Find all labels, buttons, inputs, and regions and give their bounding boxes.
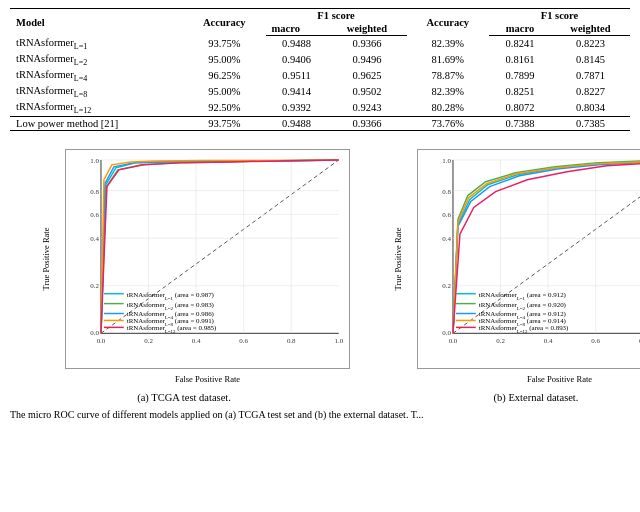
cell-f1-ext-weighted: 0.7871 <box>551 68 630 84</box>
cell-acc-ext: 78.87% <box>407 68 490 84</box>
cell-f1-weighted: 0.9496 <box>327 52 406 68</box>
cell-acc-ext: 81.69% <box>407 52 490 68</box>
ext-chart-box: 0.0 0.2 0.4 0.6 0.8 1.0 0.0 0.2 0.4 <box>417 149 640 369</box>
cell-f1-ext-macro: 0.8251 <box>489 84 551 100</box>
ext-chart-container: True Positive Rate 0.0 0.2 0.4 <box>362 139 640 403</box>
cell-f1-weighted: 0.9243 <box>327 100 406 117</box>
col-f1-ext-group: F1 score <box>489 9 630 23</box>
results-table: Model Accuracy F1 score Accuracy F1 scor… <box>10 8 630 131</box>
cell-acc-ext: 73.76% <box>407 116 490 130</box>
tcga-chart-svg: 0.0 0.2 0.4 0.6 0.8 1.0 <box>66 150 349 368</box>
cell-f1-macro: 0.9488 <box>266 36 328 52</box>
svg-text:0.2: 0.2 <box>442 282 451 289</box>
svg-text:0.2: 0.2 <box>144 337 153 344</box>
tcga-chart-wrapper: True Positive Rate 0.0 0.2 0.4 <box>65 149 350 369</box>
svg-text:0.8: 0.8 <box>287 337 296 344</box>
svg-text:0.6: 0.6 <box>239 337 248 344</box>
cell-acc-ext: 80.28% <box>407 100 490 117</box>
ext-y-axis-label: True Positive Rate <box>393 227 403 290</box>
cell-f1-ext-macro: 0.8241 <box>489 36 551 52</box>
cell-acc-train: 92.50% <box>183 100 266 117</box>
svg-text:0.6: 0.6 <box>442 211 451 218</box>
svg-text:0.6: 0.6 <box>591 337 600 344</box>
figure-caption: The micro ROC curve of different models … <box>10 408 630 422</box>
svg-text:0.0: 0.0 <box>442 329 451 336</box>
table-row: tRNAsformerL=1292.50%0.93920.924380.28%0… <box>10 100 630 117</box>
tcga-chart-container: True Positive Rate 0.0 0.2 0.4 <box>10 139 358 403</box>
svg-text:0.4: 0.4 <box>544 337 553 344</box>
svg-text:0.0: 0.0 <box>90 329 99 336</box>
cell-f1-macro: 0.9406 <box>266 52 328 68</box>
svg-text:1.0: 1.0 <box>442 157 451 164</box>
cell-acc-train: 93.75% <box>183 36 266 52</box>
table-row: tRNAsformerL=895.00%0.94140.950282.39%0.… <box>10 84 630 100</box>
cell-f1-ext-macro: 0.7388 <box>489 116 551 130</box>
svg-text:0.2: 0.2 <box>496 337 505 344</box>
cell-f1-weighted: 0.9366 <box>327 116 406 130</box>
ext-x-axis-label: False Positive Rate <box>527 374 592 384</box>
col-f1-ext-macro: macro <box>489 22 551 36</box>
cell-acc-ext: 82.39% <box>407 84 490 100</box>
cell-model: tRNAsformerL=1 <box>10 36 183 52</box>
svg-text:1.0: 1.0 <box>90 157 99 164</box>
tcga-y-axis-label: True Positive Rate <box>41 227 51 290</box>
cell-f1-weighted: 0.9366 <box>327 36 406 52</box>
svg-text:0.0: 0.0 <box>449 337 458 344</box>
ext-caption: (b) External dataset. <box>494 392 579 403</box>
cell-acc-ext: 82.39% <box>407 36 490 52</box>
table-row: Low power method [21]93.75%0.94880.93667… <box>10 116 630 130</box>
cell-acc-train: 96.25% <box>183 68 266 84</box>
svg-rect-35 <box>418 150 640 368</box>
charts-area: True Positive Rate 0.0 0.2 0.4 <box>10 139 630 403</box>
table-row: tRNAsformerL=496.25%0.95110.962578.87%0.… <box>10 68 630 84</box>
cell-model: tRNAsformerL=8 <box>10 84 183 100</box>
cell-f1-macro: 0.9414 <box>266 84 328 100</box>
cell-model: tRNAsformerL=12 <box>10 100 183 117</box>
cell-f1-ext-macro: 0.8072 <box>489 100 551 117</box>
svg-text:0.2: 0.2 <box>90 282 99 289</box>
cell-acc-train: 95.00% <box>183 84 266 100</box>
cell-model: tRNAsformerL=4 <box>10 68 183 84</box>
tcga-x-axis-label: False Positive Rate <box>175 374 240 384</box>
table-row: tRNAsformerL=295.00%0.94060.949681.69%0.… <box>10 52 630 68</box>
page-container: Model Accuracy F1 score Accuracy F1 scor… <box>0 0 640 430</box>
cell-f1-weighted: 0.9502 <box>327 84 406 100</box>
cell-model: tRNAsformerL=2 <box>10 52 183 68</box>
cell-f1-macro: 0.9392 <box>266 100 328 117</box>
cell-f1-ext-weighted: 0.8227 <box>551 84 630 100</box>
ext-chart-svg: 0.0 0.2 0.4 0.6 0.8 1.0 0.0 0.2 0.4 <box>418 150 640 368</box>
svg-text:0.8: 0.8 <box>90 188 99 195</box>
tcga-caption: (a) TCGA test dataset. <box>137 392 231 403</box>
cell-model: Low power method [21] <box>10 116 183 130</box>
cell-acc-train: 93.75% <box>183 116 266 130</box>
svg-text:0.0: 0.0 <box>97 337 106 344</box>
cell-f1-ext-weighted: 0.8223 <box>551 36 630 52</box>
col-accuracy-ext: Accuracy <box>407 9 490 36</box>
svg-text:1.0: 1.0 <box>334 337 343 344</box>
svg-text:0.4: 0.4 <box>90 235 99 242</box>
col-model: Model <box>10 9 183 36</box>
svg-text:0.8: 0.8 <box>442 188 451 195</box>
cell-f1-ext-weighted: 0.8034 <box>551 100 630 117</box>
col-f1-train-group: F1 score <box>266 9 407 23</box>
tcga-chart-box: 0.0 0.2 0.4 0.6 0.8 1.0 <box>65 149 350 369</box>
col-f1-train-macro: macro <box>266 22 328 36</box>
col-accuracy-train: Accuracy <box>183 9 266 36</box>
cell-f1-macro: 0.9488 <box>266 116 328 130</box>
table-row: tRNAsformerL=193.75%0.94880.936682.39%0.… <box>10 36 630 52</box>
cell-f1-ext-weighted: 0.7385 <box>551 116 630 130</box>
cell-f1-ext-macro: 0.7899 <box>489 68 551 84</box>
col-f1-ext-weighted: weighted <box>551 22 630 36</box>
cell-f1-ext-macro: 0.8161 <box>489 52 551 68</box>
svg-text:0.4: 0.4 <box>192 337 201 344</box>
col-f1-train-weighted: weighted <box>327 22 406 36</box>
cell-f1-weighted: 0.9625 <box>327 68 406 84</box>
svg-text:0.4: 0.4 <box>442 235 451 242</box>
cell-acc-train: 95.00% <box>183 52 266 68</box>
ext-chart-wrapper: True Positive Rate 0.0 0.2 0.4 <box>417 149 640 369</box>
cell-f1-macro: 0.9511 <box>266 68 328 84</box>
svg-text:0.6: 0.6 <box>90 211 99 218</box>
cell-f1-ext-weighted: 0.8145 <box>551 52 630 68</box>
